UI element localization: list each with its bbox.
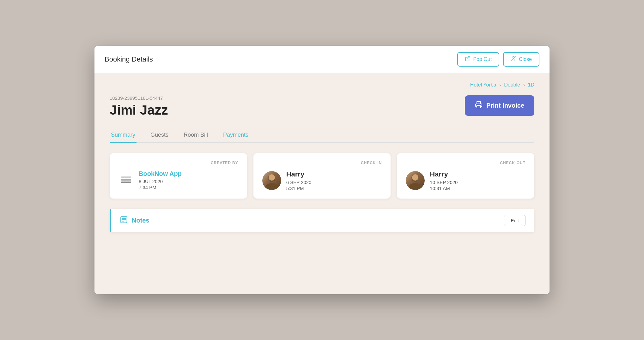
svg-rect-4 bbox=[121, 182, 131, 183]
check-out-label: CHECK-OUT bbox=[406, 161, 526, 165]
tabs: Summary Guests Room Bill Payments bbox=[110, 128, 534, 143]
close-label: Close bbox=[519, 57, 532, 62]
created-by-label: CREATED BY bbox=[118, 161, 238, 165]
check-out-person: Harry 10 SEP 2020 10:31 AM bbox=[406, 170, 526, 191]
popout-label: Pop Out bbox=[473, 57, 492, 62]
notes-icon bbox=[120, 216, 128, 226]
print-invoice-label: Print Invoice bbox=[486, 102, 524, 109]
notes-left: Notes bbox=[120, 216, 149, 226]
breadcrumb-hotel[interactable]: Hotel Yorba bbox=[470, 82, 496, 88]
modal-header: Booking Details Pop Out bbox=[94, 46, 550, 73]
creator-details: BookNow App 8 JUL 2020 7:34 PM bbox=[139, 170, 182, 190]
svg-point-10 bbox=[412, 174, 418, 181]
check-out-date: 10 SEP 2020 bbox=[430, 180, 458, 185]
breadcrumb-sep1: › bbox=[500, 82, 501, 87]
svg-rect-6 bbox=[121, 176, 131, 178]
booking-details-left: 18239-239951181-54447 Jimi Jazz bbox=[110, 95, 168, 118]
breadcrumb-room-id[interactable]: 1D bbox=[528, 82, 534, 88]
check-in-label: CHECK-IN bbox=[262, 161, 382, 165]
check-out-avatar bbox=[406, 171, 425, 190]
booking-id: 18239-239951181-54447 bbox=[110, 95, 168, 101]
info-cards: CREATED BY BookNow App 8 JUL 2020 7:34 P… bbox=[110, 153, 534, 199]
check-in-date: 6 SEP 2020 bbox=[286, 180, 312, 185]
tab-payments[interactable]: Payments bbox=[222, 128, 250, 143]
notes-edit-button[interactable]: Edit bbox=[504, 215, 526, 226]
check-out-details: Harry 10 SEP 2020 10:31 AM bbox=[430, 170, 458, 191]
creator-info: BookNow App 8 JUL 2020 7:34 PM bbox=[118, 170, 238, 190]
tab-summary[interactable]: Summary bbox=[110, 128, 137, 143]
popout-icon bbox=[465, 56, 471, 63]
svg-line-0 bbox=[467, 57, 470, 59]
notes-section: Notes Edit bbox=[110, 209, 534, 232]
svg-point-8 bbox=[269, 174, 275, 181]
created-by-card: CREATED BY BookNow App 8 JUL 2020 7:34 P… bbox=[110, 153, 247, 199]
modal-title: Booking Details bbox=[105, 55, 153, 63]
check-out-person-name: Harry bbox=[430, 170, 458, 178]
creator-date: 8 JUL 2020 bbox=[139, 179, 182, 184]
booknow-icon bbox=[118, 173, 134, 188]
check-out-card: CHECK-OUT Harry bbox=[397, 153, 534, 199]
print-icon bbox=[475, 101, 483, 110]
tab-guests[interactable]: Guests bbox=[149, 128, 170, 143]
booking-details-modal: Booking Details Pop Out bbox=[94, 46, 550, 294]
check-in-person-name: Harry bbox=[286, 170, 312, 178]
check-in-card: CHECK-IN bbox=[253, 153, 391, 199]
breadcrumb: Hotel Yorba › Double › 1D bbox=[110, 82, 534, 88]
creator-time: 7:34 PM bbox=[139, 185, 182, 190]
check-in-avatar bbox=[262, 171, 281, 190]
creator-name: BookNow App bbox=[139, 170, 182, 177]
print-invoice-button[interactable]: Print Invoice bbox=[465, 95, 534, 116]
notes-label: Notes bbox=[132, 217, 149, 224]
svg-rect-5 bbox=[121, 179, 131, 181]
check-in-time: 5:31 PM bbox=[286, 186, 312, 191]
svg-line-2 bbox=[511, 58, 514, 61]
check-out-time: 10:31 AM bbox=[430, 186, 458, 191]
header-buttons: Pop Out Close bbox=[457, 52, 539, 67]
popout-button[interactable]: Pop Out bbox=[457, 52, 499, 67]
check-in-person: Harry 6 SEP 2020 5:31 PM bbox=[262, 170, 382, 191]
guest-name: Jimi Jazz bbox=[110, 103, 168, 118]
breadcrumb-room-type[interactable]: Double bbox=[504, 82, 520, 88]
breadcrumb-sep2: › bbox=[523, 82, 525, 87]
close-button[interactable]: Close bbox=[503, 52, 539, 67]
svg-rect-3 bbox=[477, 105, 481, 108]
booking-info: 18239-239951181-54447 Jimi Jazz Print In… bbox=[110, 95, 534, 118]
tab-room-bill[interactable]: Room Bill bbox=[182, 128, 209, 143]
check-in-details: Harry 6 SEP 2020 5:31 PM bbox=[286, 170, 312, 191]
modal-body: Hotel Yorba › Double › 1D 18239-23995118… bbox=[94, 73, 550, 294]
close-icon bbox=[511, 56, 516, 63]
